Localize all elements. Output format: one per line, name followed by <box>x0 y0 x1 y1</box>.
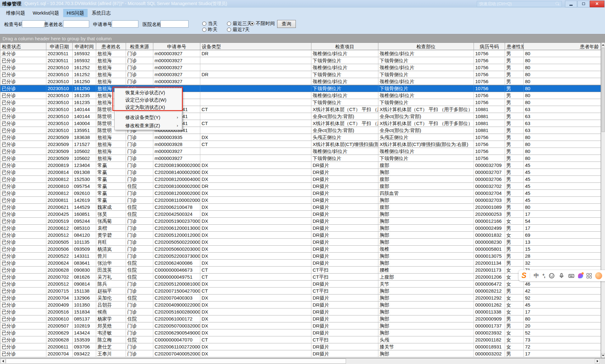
grid-cell[interactable]: 下颌骨侧位片 <box>311 99 378 106</box>
grid-cell[interactable]: DX <box>200 315 311 322</box>
grid-cell[interactable]: 80 <box>524 315 601 322</box>
grid-cell[interactable]: 男 <box>505 169 524 176</box>
table-row[interactable]: 已分诊20200621144529魏家成住院C2020062100478DXDR… <box>0 204 601 211</box>
grid-cell[interactable]: 已分诊 <box>0 322 46 329</box>
grid-cell[interactable]: 32 <box>524 260 601 267</box>
grid-cell[interactable]: C0000000046673 <box>153 267 200 274</box>
grid-cell[interactable] <box>200 85 311 92</box>
grid-cell[interactable]: 男 <box>505 253 524 260</box>
grid-cell[interactable]: DX <box>200 253 311 260</box>
grid-cell[interactable]: 男 <box>505 183 524 190</box>
grid-cell[interactable]: 63 <box>524 113 601 120</box>
grid-cell[interactable] <box>200 92 311 99</box>
grid-cell[interactable]: 083641 <box>73 260 96 267</box>
grid-cell[interactable]: DR <box>200 50 311 57</box>
table-row[interactable]: 已分诊20200505101135肖旺门诊C20200505002200001D… <box>0 239 601 246</box>
grid-cell[interactable]: 男 <box>505 57 524 64</box>
table-row[interactable]: 已分诊20200814091308常赢门诊C20200814000020001D… <box>0 169 601 176</box>
grid-cell[interactable]: 2020001173 <box>474 267 505 274</box>
grid-cell[interactable]: 颈椎侧位/斜位片 <box>311 92 378 99</box>
grid-cell[interactable]: 10756 <box>474 57 505 64</box>
grid-cell[interactable]: 10756 <box>474 85 505 92</box>
grid-cell[interactable]: 20200819 <box>46 162 73 169</box>
grid-cell[interactable]: 已分诊 <box>0 315 46 322</box>
grid-cell[interactable]: 候燕 <box>96 308 126 315</box>
grid-cell[interactable]: 095754 <box>73 183 96 190</box>
grid-cell[interactable]: 颈椎侧位/斜位片 <box>378 92 474 99</box>
grid-cell[interactable]: 20 <box>524 322 601 329</box>
grid-cell[interactable]: 095244 <box>73 218 96 225</box>
grid-cell[interactable]: 已分诊 <box>0 85 46 92</box>
grid-cell[interactable]: 住院 <box>126 204 153 211</box>
grid-cell[interactable]: 下颌骨侧位片 <box>311 57 378 64</box>
sogou-logo-icon[interactable]: S <box>522 272 526 279</box>
grid-cell[interactable]: 20230510 <box>46 64 73 71</box>
grid-cell[interactable]: 男 <box>505 106 524 113</box>
grid-cell[interactable]: 门诊 <box>126 190 153 197</box>
table-row[interactable]: 已分诊20200812092610常赢门诊C20200812000020001D… <box>0 190 601 197</box>
grid-cell[interactable]: 15 <box>524 246 601 253</box>
skin-icon[interactable] <box>578 273 583 278</box>
grid-cell[interactable]: 17 <box>524 350 601 357</box>
grid-cell[interactable]: C20200505002200001 <box>153 239 200 246</box>
grid-cell[interactable]: 20200512 <box>46 281 73 288</box>
soft-keyboard-icon[interactable] <box>568 273 575 279</box>
grid-cell[interactable]: DR摄片 <box>311 350 378 357</box>
grid-cell[interactable]: 0000001832 <box>474 232 505 239</box>
table-row[interactable]: 已分诊20230509105602敖祖海门诊m000003927下颌骨侧位片下颌… <box>0 155 601 162</box>
grid-cell[interactable]: 20200519 <box>46 218 73 225</box>
grid-cell[interactable]: 杨清岚 <box>96 246 126 253</box>
grid-cell[interactable]: 0000032706 <box>474 176 505 183</box>
grid-cell[interactable]: 下颌骨侧位片 <box>378 155 474 162</box>
horizontal-scroll-thumb[interactable] <box>6 359 346 364</box>
grid-cell[interactable]: 0000002499 <box>474 225 505 232</box>
grid-cell[interactable]: C0000000047070 <box>153 336 200 343</box>
grid-cell[interactable]: DX <box>200 197 311 204</box>
grid-cell[interactable]: 20200409 <box>46 301 73 308</box>
grid-cell[interactable]: 已分诊 <box>0 253 46 260</box>
grid-cell[interactable]: 2020001089 <box>474 204 505 211</box>
grid-cell[interactable]: 胸部 <box>378 260 474 267</box>
column-header-检查部位[interactable]: 检查部位 <box>378 43 474 50</box>
grid-cell[interactable]: 已分诊 <box>0 308 46 315</box>
grid-cell[interactable]: 已分诊 <box>0 190 46 197</box>
grid-cell[interactable]: 门诊 <box>126 64 153 71</box>
grid-cell[interactable]: 门诊 <box>126 246 153 253</box>
grid-cell[interactable]: 153539 <box>73 336 96 343</box>
grid-cell[interactable]: 门诊 <box>126 225 153 232</box>
toolbox-icon[interactable] <box>587 273 592 278</box>
grid-cell[interactable]: DX <box>200 350 311 357</box>
grid-cell[interactable]: 男 <box>505 85 524 92</box>
table-row[interactable]: 已分诊20200610085137杨家学住院C2020061000172DXDR… <box>0 315 601 322</box>
grid-cell[interactable]: 吴万礼 <box>96 274 126 281</box>
grid-cell[interactable]: 2020000253 <box>474 211 505 218</box>
grid-cell[interactable]: C20200519002370001 <box>153 218 200 225</box>
grid-cell[interactable]: DX <box>200 232 311 239</box>
grid-cell[interactable]: 10756 <box>474 134 505 141</box>
grid-cell[interactable]: X线计算机体层（CT） 平扫 （用于多部位） (部位为:腰椎 <box>378 106 474 113</box>
grid-cell[interactable]: 17 <box>524 308 601 315</box>
grid-cell[interactable]: 男 <box>505 176 524 183</box>
grid-cell[interactable] <box>200 155 311 162</box>
grid-cell[interactable]: 男 <box>505 71 524 78</box>
grid-cell[interactable]: 已分诊 <box>0 99 46 106</box>
grid-cell[interactable]: 常赢 <box>96 169 126 176</box>
grid-cell[interactable]: 2020001182 <box>474 336 505 343</box>
grid-cell[interactable]: 42 <box>524 288 601 295</box>
grid-cell[interactable]: 住院 <box>126 267 153 274</box>
grid-cell[interactable]: DX <box>200 134 311 141</box>
grid-cell[interactable]: C20200512000810001 <box>153 281 200 288</box>
grid-cell[interactable]: 0000012166 <box>474 218 505 225</box>
grid-cell[interactable]: 80 <box>524 85 601 92</box>
table-row[interactable]: 已分诊20230510161250敖祖海门诊m000003927下颌骨侧位片下颌… <box>0 85 601 92</box>
grid-cell[interactable]: DX <box>200 301 311 308</box>
grid-cell[interactable]: DR摄片 <box>311 162 378 169</box>
grid-cell[interactable]: 80 <box>524 155 601 162</box>
table-row[interactable]: 已分诊20230510161252敖祖海门诊m000003927颈椎侧位/斜位片… <box>0 64 601 71</box>
grid-cell[interactable]: 已分诊 <box>0 336 46 343</box>
grid-cell[interactable]: 颈椎侧位/斜位片 <box>378 148 474 155</box>
grid-cell[interactable]: 下颌骨侧位片 <box>311 85 378 92</box>
grid-cell[interactable]: 13 <box>524 239 601 246</box>
grid-cell[interactable]: 胸部 <box>378 301 474 308</box>
column-header-申请时间[interactable]: 申请时间 <box>73 43 96 50</box>
